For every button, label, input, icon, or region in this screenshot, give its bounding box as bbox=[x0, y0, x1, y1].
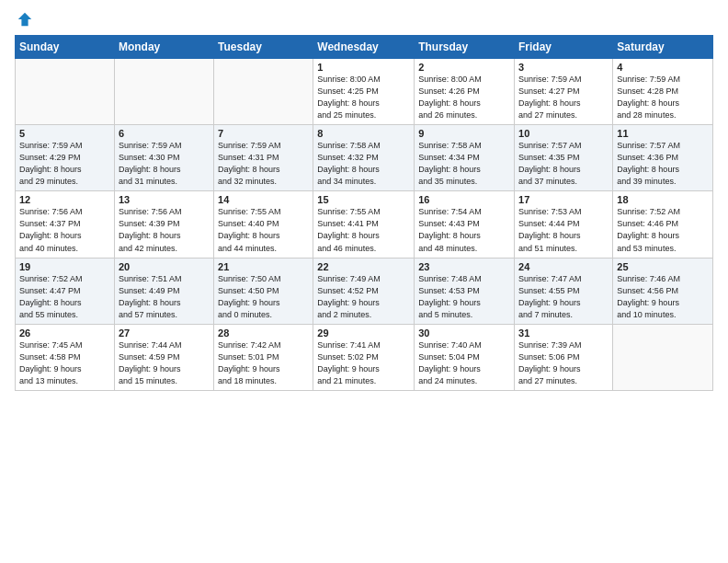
calendar-cell bbox=[114, 59, 213, 125]
day-number: 16 bbox=[418, 194, 510, 205]
day-info: Sunrise: 7:55 AM Sunset: 4:40 PM Dayligh… bbox=[218, 206, 309, 254]
day-number: 27 bbox=[119, 327, 210, 339]
calendar-cell: 10Sunrise: 7:57 AM Sunset: 4:35 PM Dayli… bbox=[515, 125, 613, 191]
day-info: Sunrise: 7:39 AM Sunset: 5:06 PM Dayligh… bbox=[518, 339, 609, 387]
calendar-cell: 7Sunrise: 7:59 AM Sunset: 4:31 PM Daylig… bbox=[214, 125, 313, 191]
calendar-cell: 25Sunrise: 7:46 AM Sunset: 4:56 PM Dayli… bbox=[613, 258, 713, 324]
day-number: 24 bbox=[518, 261, 609, 272]
calendar-cell: 29Sunrise: 7:41 AM Sunset: 5:02 PM Dayli… bbox=[313, 324, 415, 390]
day-number: 15 bbox=[317, 194, 410, 205]
calendar-cell: 1Sunrise: 8:00 AM Sunset: 4:25 PM Daylig… bbox=[313, 59, 415, 125]
week-row-4: 19Sunrise: 7:52 AM Sunset: 4:47 PM Dayli… bbox=[16, 258, 713, 324]
logo-text bbox=[15, 11, 35, 28]
calendar-cell: 26Sunrise: 7:45 AM Sunset: 4:58 PM Dayli… bbox=[16, 324, 115, 390]
day-number: 10 bbox=[518, 128, 609, 139]
day-info: Sunrise: 7:47 AM Sunset: 4:55 PM Dayligh… bbox=[518, 273, 609, 321]
day-number: 5 bbox=[19, 128, 110, 139]
calendar-cell: 23Sunrise: 7:48 AM Sunset: 4:53 PM Dayli… bbox=[415, 258, 515, 324]
weekday-friday: Friday bbox=[515, 36, 613, 59]
day-info: Sunrise: 7:59 AM Sunset: 4:30 PM Dayligh… bbox=[119, 140, 210, 188]
day-info: Sunrise: 7:52 AM Sunset: 4:46 PM Dayligh… bbox=[617, 206, 709, 254]
day-info: Sunrise: 7:56 AM Sunset: 4:39 PM Dayligh… bbox=[119, 206, 210, 254]
day-number: 8 bbox=[317, 128, 410, 139]
calendar-cell: 6Sunrise: 7:59 AM Sunset: 4:30 PM Daylig… bbox=[114, 125, 213, 191]
day-info: Sunrise: 7:53 AM Sunset: 4:44 PM Dayligh… bbox=[518, 206, 609, 254]
calendar-table: SundayMondayTuesdayWednesdayThursdayFrid… bbox=[15, 35, 713, 391]
day-number: 12 bbox=[19, 194, 110, 205]
day-info: Sunrise: 7:46 AM Sunset: 4:56 PM Dayligh… bbox=[617, 273, 709, 321]
day-info: Sunrise: 7:57 AM Sunset: 4:36 PM Dayligh… bbox=[617, 140, 709, 188]
day-number: 2 bbox=[418, 62, 510, 73]
day-info: Sunrise: 7:40 AM Sunset: 5:04 PM Dayligh… bbox=[418, 339, 510, 387]
calendar-cell: 28Sunrise: 7:42 AM Sunset: 5:01 PM Dayli… bbox=[214, 324, 313, 390]
day-number: 21 bbox=[218, 261, 309, 272]
calendar-cell bbox=[16, 59, 115, 125]
calendar-cell: 20Sunrise: 7:51 AM Sunset: 4:49 PM Dayli… bbox=[114, 258, 213, 324]
day-info: Sunrise: 7:59 AM Sunset: 4:29 PM Dayligh… bbox=[19, 140, 110, 188]
svg-marker-0 bbox=[18, 13, 31, 26]
header bbox=[15, 11, 713, 28]
calendar-cell bbox=[613, 324, 713, 390]
day-info: Sunrise: 7:59 AM Sunset: 4:27 PM Dayligh… bbox=[518, 74, 609, 121]
calendar-cell: 5Sunrise: 7:59 AM Sunset: 4:29 PM Daylig… bbox=[16, 125, 115, 191]
day-number: 14 bbox=[218, 194, 309, 205]
day-number: 26 bbox=[19, 327, 110, 339]
day-number: 29 bbox=[317, 327, 410, 339]
calendar-cell: 27Sunrise: 7:44 AM Sunset: 4:59 PM Dayli… bbox=[114, 324, 213, 390]
calendar-cell: 13Sunrise: 7:56 AM Sunset: 4:39 PM Dayli… bbox=[114, 191, 213, 258]
weekday-wednesday: Wednesday bbox=[313, 36, 415, 59]
day-number: 30 bbox=[418, 327, 510, 339]
day-number: 13 bbox=[119, 194, 210, 205]
day-number: 11 bbox=[617, 128, 709, 139]
weekday-monday: Monday bbox=[114, 36, 213, 59]
calendar-cell: 18Sunrise: 7:52 AM Sunset: 4:46 PM Dayli… bbox=[613, 191, 713, 258]
day-info: Sunrise: 7:58 AM Sunset: 4:32 PM Dayligh… bbox=[317, 140, 410, 188]
day-info: Sunrise: 7:50 AM Sunset: 4:50 PM Dayligh… bbox=[218, 273, 309, 321]
calendar-cell: 12Sunrise: 7:56 AM Sunset: 4:37 PM Dayli… bbox=[16, 191, 115, 258]
day-info: Sunrise: 7:54 AM Sunset: 4:43 PM Dayligh… bbox=[418, 206, 510, 254]
day-number: 9 bbox=[418, 128, 510, 139]
day-number: 22 bbox=[317, 261, 410, 272]
day-info: Sunrise: 7:42 AM Sunset: 5:01 PM Dayligh… bbox=[218, 339, 309, 387]
day-number: 28 bbox=[218, 327, 309, 339]
day-number: 4 bbox=[617, 62, 709, 73]
day-number: 6 bbox=[119, 128, 210, 139]
calendar-cell: 30Sunrise: 7:40 AM Sunset: 5:04 PM Dayli… bbox=[415, 324, 515, 390]
day-number: 23 bbox=[418, 261, 510, 272]
day-info: Sunrise: 7:56 AM Sunset: 4:37 PM Dayligh… bbox=[19, 206, 110, 254]
day-info: Sunrise: 7:59 AM Sunset: 4:28 PM Dayligh… bbox=[617, 74, 709, 121]
calendar-cell: 21Sunrise: 7:50 AM Sunset: 4:50 PM Dayli… bbox=[214, 258, 313, 324]
calendar-cell: 8Sunrise: 7:58 AM Sunset: 4:32 PM Daylig… bbox=[313, 125, 415, 191]
day-info: Sunrise: 7:59 AM Sunset: 4:31 PM Dayligh… bbox=[218, 140, 309, 188]
day-number: 7 bbox=[218, 128, 309, 139]
logo-icon bbox=[17, 11, 33, 28]
weekday-saturday: Saturday bbox=[613, 36, 713, 59]
logo bbox=[15, 11, 35, 28]
day-info: Sunrise: 7:48 AM Sunset: 4:53 PM Dayligh… bbox=[418, 273, 510, 321]
week-row-5: 26Sunrise: 7:45 AM Sunset: 4:58 PM Dayli… bbox=[16, 324, 713, 390]
day-info: Sunrise: 7:52 AM Sunset: 4:47 PM Dayligh… bbox=[19, 273, 110, 321]
calendar-cell: 19Sunrise: 7:52 AM Sunset: 4:47 PM Dayli… bbox=[16, 258, 115, 324]
calendar-cell bbox=[214, 59, 313, 125]
calendar-cell: 11Sunrise: 7:57 AM Sunset: 4:36 PM Dayli… bbox=[613, 125, 713, 191]
calendar-cell: 9Sunrise: 7:58 AM Sunset: 4:34 PM Daylig… bbox=[415, 125, 515, 191]
day-info: Sunrise: 7:51 AM Sunset: 4:49 PM Dayligh… bbox=[119, 273, 210, 321]
week-row-2: 5Sunrise: 7:59 AM Sunset: 4:29 PM Daylig… bbox=[16, 125, 713, 191]
calendar-cell: 22Sunrise: 7:49 AM Sunset: 4:52 PM Dayli… bbox=[313, 258, 415, 324]
day-info: Sunrise: 7:44 AM Sunset: 4:59 PM Dayligh… bbox=[119, 339, 210, 387]
day-info: Sunrise: 7:45 AM Sunset: 4:58 PM Dayligh… bbox=[19, 339, 110, 387]
weekday-sunday: Sunday bbox=[16, 36, 115, 59]
day-info: Sunrise: 8:00 AM Sunset: 4:25 PM Dayligh… bbox=[317, 74, 410, 121]
week-row-1: 1Sunrise: 8:00 AM Sunset: 4:25 PM Daylig… bbox=[16, 59, 713, 125]
day-number: 31 bbox=[518, 327, 609, 339]
calendar-cell: 3Sunrise: 7:59 AM Sunset: 4:27 PM Daylig… bbox=[515, 59, 613, 125]
weekday-tuesday: Tuesday bbox=[214, 36, 313, 59]
day-info: Sunrise: 7:57 AM Sunset: 4:35 PM Dayligh… bbox=[518, 140, 609, 188]
weekday-thursday: Thursday bbox=[415, 36, 515, 59]
day-info: Sunrise: 7:41 AM Sunset: 5:02 PM Dayligh… bbox=[317, 339, 410, 387]
day-info: Sunrise: 7:49 AM Sunset: 4:52 PM Dayligh… bbox=[317, 273, 410, 321]
calendar-cell: 17Sunrise: 7:53 AM Sunset: 4:44 PM Dayli… bbox=[515, 191, 613, 258]
calendar-cell: 4Sunrise: 7:59 AM Sunset: 4:28 PM Daylig… bbox=[613, 59, 713, 125]
calendar-cell: 16Sunrise: 7:54 AM Sunset: 4:43 PM Dayli… bbox=[415, 191, 515, 258]
day-number: 17 bbox=[518, 194, 609, 205]
